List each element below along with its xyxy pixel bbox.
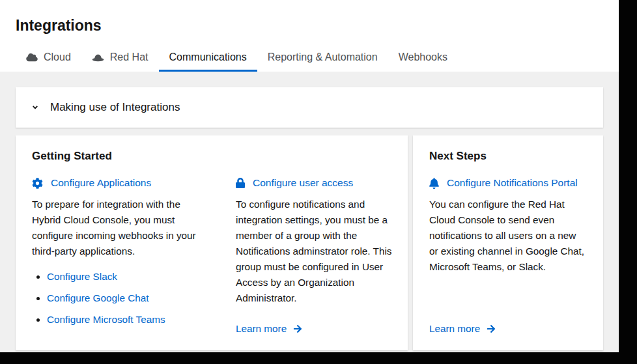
configure-links-list: Configure Slack Configure Google Chat Co… (32, 270, 227, 334)
page-title: Integrations (16, 17, 619, 35)
tab-cloud[interactable]: Cloud (16, 46, 81, 72)
list-item: Configure Slack (47, 270, 227, 284)
chevron-down-icon (31, 104, 39, 111)
configure-applications-label: Configure Applications (51, 177, 151, 189)
tab-bar: Cloud Red Hat Communications Reporting &… (16, 46, 619, 72)
configure-notifications-portal-link[interactable]: Configure Notifications Portal (429, 177, 587, 189)
getting-started-columns: Configure Applications To prepare for in… (32, 175, 392, 335)
lock-icon (236, 178, 245, 188)
cards-row: Getting Started Configure Applications T… (16, 135, 603, 350)
tab-label: Communications (169, 51, 247, 63)
configure-user-access-label: Configure user access (253, 177, 353, 189)
learn-more-label: Learn more (429, 323, 480, 335)
list-item: Configure Microsoft Teams (47, 313, 227, 327)
configure-microsoft-teams-link[interactable]: Configure Microsoft Teams (47, 314, 165, 325)
configure-notifications-portal-label: Configure Notifications Portal (447, 177, 578, 189)
user-access-learn-more-link[interactable]: Learn more (236, 323, 392, 335)
tab-label: Cloud (44, 51, 71, 63)
screen: Integrations Cloud Red Hat Communication… (0, 0, 637, 364)
bell-icon (429, 178, 439, 189)
getting-started-title: Getting Started (32, 150, 392, 163)
configure-user-access-link[interactable]: Configure user access (236, 177, 392, 189)
tab-webhooks[interactable]: Webhooks (388, 46, 458, 72)
tab-label: Reporting & Automation (268, 51, 378, 63)
next-steps-learn-more-link[interactable]: Learn more (429, 323, 587, 335)
configure-applications-link[interactable]: Configure Applications (32, 177, 227, 189)
cloud-icon (26, 53, 38, 62)
getting-started-card: Getting Started Configure Applications T… (16, 135, 408, 350)
applications-column: Configure Applications To prepare for in… (32, 175, 227, 335)
tab-label: Webhooks (399, 51, 447, 63)
red-hat-icon (92, 53, 104, 62)
tab-communications[interactable]: Communications (159, 46, 257, 72)
content-area: Making use of Integrations Getting Start… (0, 72, 619, 352)
gear-icon (32, 178, 43, 189)
list-item: Configure Google Chat (47, 291, 227, 305)
configure-google-chat-link[interactable]: Configure Google Chat (47, 292, 149, 303)
next-steps-description: You can configure the Red Hat Cloud Cons… (429, 197, 587, 275)
user-access-column: Configure user access To configure notif… (236, 175, 392, 335)
page-header: Integrations Cloud Red Hat Communication… (0, 0, 619, 72)
next-steps-card: Next Steps Configure Notifications Porta… (413, 135, 603, 350)
integrations-page: Integrations Cloud Red Hat Communication… (0, 0, 619, 352)
tab-label: Red Hat (110, 51, 149, 63)
arrow-right-icon (293, 324, 302, 333)
arrow-right-icon (487, 324, 496, 333)
user-access-description: To configure notifications and integrati… (236, 197, 392, 306)
expandable-section-toggle[interactable]: Making use of Integrations (16, 87, 603, 128)
tab-reporting-automation[interactable]: Reporting & Automation (257, 46, 388, 72)
configure-slack-link[interactable]: Configure Slack (47, 271, 117, 282)
expandable-section-label: Making use of Integrations (50, 101, 180, 114)
next-steps-title: Next Steps (429, 150, 587, 163)
applications-description: To prepare for integration with the Hybr… (32, 197, 206, 259)
learn-more-label: Learn more (236, 323, 287, 335)
tab-red-hat[interactable]: Red Hat (81, 46, 159, 72)
